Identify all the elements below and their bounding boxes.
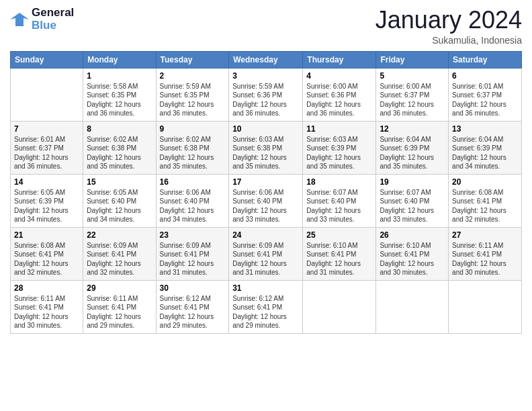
day-info: Sunrise: 6:02 AMSunset: 6:38 PMDaylight:… — [160, 135, 226, 171]
day-number: 20 — [452, 177, 518, 187]
weekday-header-sunday: Sunday — [11, 51, 83, 68]
day-number: 23 — [160, 230, 226, 240]
day-info: Sunrise: 6:01 AMSunset: 6:37 PMDaylight:… — [452, 82, 518, 118]
weekday-header-tuesday: Tuesday — [156, 51, 229, 68]
week-row-2: 7Sunrise: 6:01 AMSunset: 6:37 PMDaylight… — [11, 121, 522, 174]
calendar-cell: 28Sunrise: 6:11 AMSunset: 6:41 PMDayligh… — [11, 280, 83, 333]
calendar-cell: 23Sunrise: 6:09 AMSunset: 6:41 PMDayligh… — [156, 227, 229, 280]
day-info: Sunrise: 6:03 AMSunset: 6:38 PMDaylight:… — [232, 135, 299, 171]
weekday-header-thursday: Thursday — [303, 51, 376, 68]
day-number: 3 — [232, 71, 299, 81]
calendar-cell: 20Sunrise: 6:08 AMSunset: 6:41 PMDayligh… — [449, 174, 522, 227]
day-number: 19 — [380, 177, 445, 187]
day-info: Sunrise: 6:04 AMSunset: 6:39 PMDaylight:… — [452, 135, 518, 171]
logo-icon — [10, 10, 29, 29]
day-info: Sunrise: 6:05 AMSunset: 6:39 PMDaylight:… — [14, 188, 79, 224]
calendar-table: SundayMondayTuesdayWednesdayThursdayFrid… — [10, 51, 522, 334]
day-number: 17 — [232, 177, 299, 187]
day-info: Sunrise: 6:09 AMSunset: 6:41 PMDaylight:… — [232, 241, 299, 277]
week-row-5: 28Sunrise: 6:11 AMSunset: 6:41 PMDayligh… — [11, 280, 522, 333]
day-info: Sunrise: 6:03 AMSunset: 6:39 PMDaylight:… — [306, 135, 372, 171]
day-number: 14 — [14, 177, 79, 187]
logo-text: General Blue — [32, 7, 74, 32]
weekday-header-monday: Monday — [83, 51, 156, 68]
day-number: 4 — [306, 71, 372, 81]
day-number: 26 — [380, 230, 445, 240]
calendar-cell: 7Sunrise: 6:01 AMSunset: 6:37 PMDaylight… — [11, 121, 83, 174]
day-info: Sunrise: 6:09 AMSunset: 6:41 PMDaylight:… — [87, 241, 152, 277]
day-info: Sunrise: 6:06 AMSunset: 6:40 PMDaylight:… — [160, 188, 226, 224]
day-number: 30 — [160, 283, 226, 293]
calendar-cell: 5Sunrise: 6:00 AMSunset: 6:37 PMDaylight… — [376, 68, 449, 121]
calendar-cell: 12Sunrise: 6:04 AMSunset: 6:39 PMDayligh… — [376, 121, 449, 174]
day-info: Sunrise: 6:11 AMSunset: 6:41 PMDaylight:… — [87, 294, 152, 330]
calendar-page: General Blue January 2024 Sukamulia, Ind… — [0, 0, 532, 411]
header: General Blue January 2024 Sukamulia, Ind… — [10, 7, 522, 46]
day-info: Sunrise: 5:59 AMSunset: 6:36 PMDaylight:… — [232, 82, 299, 118]
day-info: Sunrise: 6:09 AMSunset: 6:41 PMDaylight:… — [160, 241, 226, 277]
weekday-header-saturday: Saturday — [449, 51, 522, 68]
calendar-cell: 3Sunrise: 5:59 AMSunset: 6:36 PMDaylight… — [229, 68, 303, 121]
day-number: 29 — [87, 283, 152, 293]
day-number: 1 — [87, 71, 152, 81]
day-info: Sunrise: 6:12 AMSunset: 6:41 PMDaylight:… — [232, 294, 299, 330]
day-number: 27 — [452, 230, 518, 240]
calendar-cell: 15Sunrise: 6:05 AMSunset: 6:40 PMDayligh… — [83, 174, 156, 227]
day-number: 5 — [380, 71, 445, 81]
calendar-cell: 10Sunrise: 6:03 AMSunset: 6:38 PMDayligh… — [229, 121, 303, 174]
calendar-cell: 2Sunrise: 5:59 AMSunset: 6:35 PMDaylight… — [156, 68, 229, 121]
calendar-cell: 25Sunrise: 6:10 AMSunset: 6:41 PMDayligh… — [303, 227, 376, 280]
svg-marker-0 — [10, 13, 29, 26]
calendar-cell: 9Sunrise: 6:02 AMSunset: 6:38 PMDaylight… — [156, 121, 229, 174]
calendar-cell: 21Sunrise: 6:08 AMSunset: 6:41 PMDayligh… — [11, 227, 83, 280]
day-info: Sunrise: 6:08 AMSunset: 6:41 PMDaylight:… — [14, 241, 79, 277]
day-info: Sunrise: 6:00 AMSunset: 6:37 PMDaylight:… — [380, 82, 445, 118]
calendar-cell: 24Sunrise: 6:09 AMSunset: 6:41 PMDayligh… — [229, 227, 303, 280]
calendar-cell: 13Sunrise: 6:04 AMSunset: 6:39 PMDayligh… — [449, 121, 522, 174]
calendar-cell: 27Sunrise: 6:11 AMSunset: 6:41 PMDayligh… — [449, 227, 522, 280]
day-number: 10 — [232, 124, 299, 134]
week-row-1: 1Sunrise: 5:58 AMSunset: 6:35 PMDaylight… — [11, 68, 522, 121]
calendar-cell: 29Sunrise: 6:11 AMSunset: 6:41 PMDayligh… — [83, 280, 156, 333]
calendar-cell: 19Sunrise: 6:07 AMSunset: 6:40 PMDayligh… — [376, 174, 449, 227]
day-number: 6 — [452, 71, 518, 81]
day-number: 16 — [160, 177, 226, 187]
weekday-header-wednesday: Wednesday — [229, 51, 303, 68]
day-info: Sunrise: 5:59 AMSunset: 6:35 PMDaylight:… — [160, 82, 226, 118]
calendar-cell: 31Sunrise: 6:12 AMSunset: 6:41 PMDayligh… — [229, 280, 303, 333]
day-number: 13 — [452, 124, 518, 134]
day-number: 31 — [232, 283, 299, 293]
day-info: Sunrise: 6:11 AMSunset: 6:41 PMDaylight:… — [452, 241, 518, 277]
location: Sukamulia, Indonesia — [375, 35, 522, 46]
day-number: 2 — [160, 71, 226, 81]
day-info: Sunrise: 6:11 AMSunset: 6:41 PMDaylight:… — [14, 294, 79, 330]
week-row-3: 14Sunrise: 6:05 AMSunset: 6:39 PMDayligh… — [11, 174, 522, 227]
calendar-cell — [376, 280, 449, 333]
week-row-4: 21Sunrise: 6:08 AMSunset: 6:41 PMDayligh… — [11, 227, 522, 280]
day-number: 28 — [14, 283, 79, 293]
day-info: Sunrise: 6:00 AMSunset: 6:36 PMDaylight:… — [306, 82, 372, 118]
day-info: Sunrise: 6:10 AMSunset: 6:41 PMDaylight:… — [380, 241, 445, 277]
calendar-cell: 22Sunrise: 6:09 AMSunset: 6:41 PMDayligh… — [83, 227, 156, 280]
calendar-cell: 16Sunrise: 6:06 AMSunset: 6:40 PMDayligh… — [156, 174, 229, 227]
day-number: 9 — [160, 124, 226, 134]
day-number: 22 — [87, 230, 152, 240]
day-number: 12 — [380, 124, 445, 134]
weekday-header-friday: Friday — [376, 51, 449, 68]
day-info: Sunrise: 6:01 AMSunset: 6:37 PMDaylight:… — [14, 135, 79, 171]
calendar-cell: 26Sunrise: 6:10 AMSunset: 6:41 PMDayligh… — [376, 227, 449, 280]
day-info: Sunrise: 6:07 AMSunset: 6:40 PMDaylight:… — [306, 188, 372, 224]
day-number: 25 — [306, 230, 372, 240]
calendar-cell: 4Sunrise: 6:00 AMSunset: 6:36 PMDaylight… — [303, 68, 376, 121]
calendar-cell: 1Sunrise: 5:58 AMSunset: 6:35 PMDaylight… — [83, 68, 156, 121]
day-number: 15 — [87, 177, 152, 187]
day-number: 11 — [306, 124, 372, 134]
day-info: Sunrise: 6:04 AMSunset: 6:39 PMDaylight:… — [380, 135, 445, 171]
day-info: Sunrise: 6:05 AMSunset: 6:40 PMDaylight:… — [87, 188, 152, 224]
calendar-cell: 17Sunrise: 6:06 AMSunset: 6:40 PMDayligh… — [229, 174, 303, 227]
calendar-cell — [11, 68, 83, 121]
day-number: 7 — [14, 124, 79, 134]
calendar-cell: 18Sunrise: 6:07 AMSunset: 6:40 PMDayligh… — [303, 174, 376, 227]
day-info: Sunrise: 6:02 AMSunset: 6:38 PMDaylight:… — [87, 135, 152, 171]
calendar-cell: 8Sunrise: 6:02 AMSunset: 6:38 PMDaylight… — [83, 121, 156, 174]
